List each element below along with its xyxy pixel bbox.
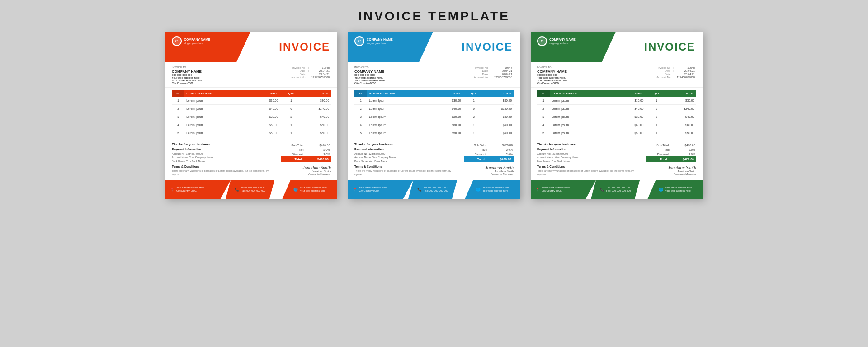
phone-icon-red: 📞 <box>235 188 239 192</box>
footer-bar-right-green: 🌐 Your email address here Your web addre… <box>647 180 703 199</box>
invoice-title-green: INVOICE <box>644 41 695 53</box>
invoice-info-green: INVOICE TO COMPANY NAME 000 000 000 000 … <box>531 62 703 88</box>
web-icon-blue: 🌐 <box>476 188 481 192</box>
invoice-title-red: INVOICE <box>279 41 330 53</box>
footer-right-blue: Sub Total:$420.00 Tax:2.0% Discount:2.0%… <box>464 143 514 176</box>
table-row: 3Lorem Ipsum$20.002$40.00 <box>354 113 514 121</box>
invoice-table-red: SL ITEM DESCRIPTION PRICE QTY TOTAL 1Lor… <box>172 90 331 137</box>
footer-phone-red: Tel: 000-000-000-000 Fax: 000-000-000-00… <box>241 186 265 193</box>
footer-left-green: Thanks for your business Payment Informa… <box>537 143 642 176</box>
footer-bar-red: 📍 Your Street Address Here City,Country-… <box>165 180 337 199</box>
invoice-table-green: SL ITEM DESCRIPTION PRICE QTY TOTAL 1Lor… <box>537 90 696 137</box>
invoice-table-blue: SL ITEM DESCRIPTION PRICE QTY TOTAL 1Lor… <box>354 90 514 137</box>
totals-table-blue: Sub Total:$420.00 Tax:2.0% Discount:2.0%… <box>464 143 514 162</box>
table-row: 4Lorem Ipsum$60.001$60.00 <box>354 121 514 129</box>
footer-bar-right-red: 🌐 Your email address here Your web addre… <box>282 180 337 199</box>
invoice-card-blue: C COMPANY NAME slogan goes here INVOICE … <box>348 32 520 199</box>
terms-title-red: Terms & Conditions <box>172 165 277 168</box>
th-price-red: PRICE <box>255 90 280 97</box>
logo-icon-blue: C <box>354 36 364 46</box>
header-title-green: INVOICE <box>617 32 703 62</box>
footer-right-red: Sub Total:$420.00 Tax:2.0% Discount:2.0%… <box>281 143 331 176</box>
table-row: 1Lorem Ipsum$30.001$30.00 <box>537 97 696 105</box>
th-desc-green: ITEM DESCRIPTION <box>550 90 620 97</box>
table-row: 5Lorem Ipsum$50.001$50.00 <box>537 129 696 137</box>
footer-phone-green: Tel: 000-000-000-000 Fax: 000-000-000-00… <box>606 186 631 193</box>
terms-text-red: There are many variations of passages of… <box>172 169 277 177</box>
phone-icon-blue: 📞 <box>417 188 422 192</box>
table-row: 1Lorem Ipsum$30.001$30.00 <box>172 97 331 105</box>
invoice-meta-blue: Invoice No:19548 Date:20.04.21 Date:20.0… <box>472 66 514 84</box>
table-row: 3Lorem Ipsum$20.002$40.00 <box>537 113 696 121</box>
company-name-green: COMPANY NAME <box>549 38 576 42</box>
footer-bar-mid-green: 📞 Tel: 000-000-000-000 Fax: 000-000-000-… <box>591 180 642 199</box>
company-slogan-blue: slogan goes here <box>367 42 393 45</box>
invoice-to-blue: INVOICE TO COMPANY NAME 000 000 000 000 … <box>354 66 386 84</box>
totals-table-green: Sub Total:$420.00 Tax:2.0% Discount:2.0%… <box>646 143 696 162</box>
sig-cursive-red: Jonathon Smith <box>281 165 331 170</box>
footer-bar-right-blue: 🌐 Your email address here Your web addre… <box>465 180 520 199</box>
footer-bar-mid-red: 📞 Tel: 000-000-000-000 Fax: 000-000-000-… <box>226 180 277 199</box>
footer-address-green: Your Street Address Here City,Country-00… <box>542 186 570 193</box>
invoice-header-blue: C COMPANY NAME slogan goes here INVOICE <box>348 32 520 62</box>
th-total-red: TOTAL <box>302 90 331 97</box>
logo-area-red: C COMPANY NAME slogan goes here <box>172 36 210 46</box>
payment-title-red: Payment Information <box>172 148 277 151</box>
thanks-red: Thanks for your business <box>172 143 277 146</box>
th-qty-red: QTY <box>280 90 302 97</box>
table-row: 1Lorem Ipsum$30.001$30.00 <box>354 97 514 105</box>
address-icon-red: 📍 <box>170 188 175 192</box>
web-icon-red: 🌐 <box>293 188 298 192</box>
header-title-red: INVOICE <box>251 32 337 62</box>
footer-right-green: Sub Total:$420.00 Tax:2.0% Discount:2.0%… <box>646 143 696 176</box>
invoice-meta-red: Invoice No:19548 Date:20.04.21 Date:20.0… <box>290 66 331 84</box>
invoice-info-red: INVOICE TO COMPANY NAME 000 000 000 000 … <box>165 62 337 88</box>
totals-table-red: Sub Total:$420.00 Tax:2.0% Discount:2.0%… <box>281 143 331 162</box>
table-row: 3Lorem Ipsum$20.002$40.00 <box>172 113 331 121</box>
invoice-header-red: C COMPANY NAME slogan goes here INVOICE <box>165 32 337 62</box>
footer-address-red: Your Street Address Here City,Country-00… <box>176 186 204 193</box>
footer-address-blue: Your Street Address Here City,Country-00… <box>359 186 387 193</box>
th-total-green: TOTAL <box>668 90 696 97</box>
phone-icon-green: 📞 <box>600 188 604 192</box>
sig-title-red: Accounts Manager <box>281 173 331 175</box>
invoices-container: C COMPANY NAME slogan goes here INVOICE … <box>165 32 703 199</box>
page-title: INVOICE TEMPLATE <box>358 9 510 23</box>
footer-bar-mid-blue: 📞 Tel: 000-000-000-000 Fax: 000-000-000-… <box>408 180 460 199</box>
logo-area-blue: C COMPANY NAME slogan goes here <box>354 36 393 46</box>
payment-info-red: Account No: 123456789000 Account Name: Y… <box>172 152 277 163</box>
invoice-footer-content-blue: Thanks for your business Payment Informa… <box>348 140 520 176</box>
client-addr4-red: City,Country-0000. <box>172 82 203 84</box>
table-row: 4Lorem Ipsum$60.001$60.00 <box>537 121 696 129</box>
footer-bar-left-green: 📍 Your Street Address Here City,Country-… <box>531 180 599 199</box>
logo-icon-red: C <box>172 36 182 46</box>
th-price-green: PRICE <box>620 90 645 97</box>
th-sl-red: SL <box>172 90 184 97</box>
invoice-to-green: INVOICE TO COMPANY NAME 000 000 000 000 … <box>537 66 568 84</box>
table-row: 2Lorem Ipsum$40.006$240.00 <box>172 105 331 113</box>
invoice-card-red: C COMPANY NAME slogan goes here INVOICE … <box>165 32 337 199</box>
footer-left-blue: Thanks for your business Payment Informa… <box>354 143 459 176</box>
invoice-meta-green: Invoice No:19548 Date:20.04.21 Date:20.0… <box>655 66 696 84</box>
table-row: 5Lorem Ipsum$50.001$50.00 <box>172 129 331 137</box>
th-price-blue: PRICE <box>437 90 462 97</box>
th-qty-blue: QTY <box>462 90 485 97</box>
invoice-card-green: C COMPANY NAME slogan goes here INVOICE … <box>531 32 703 199</box>
web-icon-green: 🌐 <box>659 188 663 192</box>
invoice-to-label-red: INVOICE TO <box>172 66 203 69</box>
th-desc-red: ITEM DESCRIPTION <box>184 90 255 97</box>
th-sl-blue: SL <box>354 90 367 97</box>
invoice-footer-content-green: Thanks for your business Payment Informa… <box>531 140 703 176</box>
signature-blue: Jonathon Smith Jonathon Smith Accounts M… <box>464 165 514 175</box>
th-sl-green: SL <box>537 90 550 97</box>
footer-bar-blue: 📍 Your Street Address Here City,Country-… <box>348 180 520 199</box>
invoice-to-red: INVOICE TO COMPANY NAME 000 000 000 000 … <box>172 66 203 84</box>
logo-icon-green: C <box>537 36 547 46</box>
table-row: 2Lorem Ipsum$40.006$240.00 <box>354 105 514 113</box>
company-slogan-red: slogan goes here <box>184 42 210 45</box>
footer-email-green: Your email address here Your web address… <box>665 186 692 193</box>
header-title-blue: INVOICE <box>434 32 520 62</box>
th-total-blue: TOTAL <box>485 90 514 97</box>
signature-red: Jonathon Smith Jonathon Smith Accounts M… <box>281 165 331 175</box>
table-row: 5Lorem Ipsum$50.001$50.00 <box>354 129 514 137</box>
